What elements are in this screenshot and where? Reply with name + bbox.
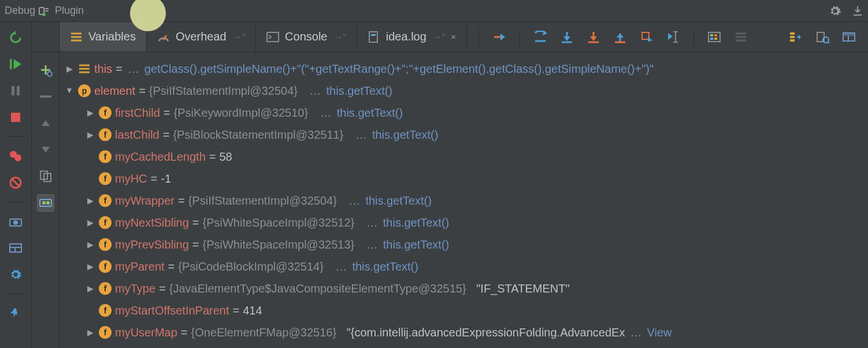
svg-line-50 — [828, 42, 829, 43]
node-name: myHC — [115, 168, 147, 190]
tree-row-this[interactable]: ▶ this = … getClass().getSimpleName()+"(… — [64, 58, 863, 80]
tree-row-field[interactable]: ▶ f myNextSibling = {PsiWhiteSpaceImpl@3… — [64, 212, 863, 234]
expand-icon[interactable]: ▶ — [85, 190, 95, 212]
node-value: {PsiBlockStatementImpl@32511} — [173, 124, 343, 146]
pause-icon[interactable] — [8, 83, 23, 98]
view-breakpoints-icon[interactable] — [8, 149, 23, 164]
collapse-icon[interactable]: ▼ — [64, 79, 75, 101]
new-watch-icon[interactable] — [37, 61, 54, 79]
move-up-icon[interactable] — [37, 114, 54, 132]
expand-icon[interactable]: ▶ — [85, 124, 95, 146]
expand-icon[interactable]: ▶ — [85, 321, 95, 343]
view-link[interactable]: View — [647, 321, 672, 343]
step-over-icon[interactable] — [533, 29, 548, 45]
renderer-suffix[interactable]: this.getText() — [352, 256, 418, 277]
tree-row-field[interactable]: ▶ f myUserMap = {OneElementFMap@32516} "… — [64, 321, 863, 343]
tree-row-field[interactable]: f myHC = -1 — [64, 168, 863, 190]
tree-row-field[interactable]: ▶ f lastChild = {PsiBlockStatementImpl@3… — [64, 124, 863, 146]
pin-icon[interactable] — [8, 306, 23, 321]
svg-rect-44 — [714, 38, 717, 40]
run-config-icon — [39, 6, 51, 16]
renderer-suffix[interactable]: this.getText() — [383, 234, 449, 256]
remove-watch-icon[interactable] — [37, 88, 54, 105]
resume-icon[interactable] — [8, 57, 23, 72]
show-exec-point-icon[interactable] — [492, 29, 507, 45]
node-name: myPrevSibling — [115, 234, 189, 256]
rerun-icon[interactable] — [8, 30, 23, 45]
restore-layout-icon[interactable] — [841, 29, 856, 45]
tab-overhead[interactable]: Overhead →" — [147, 22, 256, 51]
renderer-suffix[interactable]: this.getText() — [365, 190, 431, 212]
field-badge-icon: f — [99, 172, 112, 185]
node-string-truncated: "{com.intellij.advancedExpressionFolding… — [347, 321, 625, 343]
force-step-into-icon[interactable] — [586, 29, 601, 45]
debug-tabs: Variables Overhead →" Console →" — [60, 22, 467, 51]
tree-row-field[interactable]: ▶ f myType = {JavaElementType$JavaCompos… — [64, 277, 863, 299]
eq: = — [192, 234, 199, 256]
expand-icon[interactable]: ▶ — [85, 102, 95, 124]
expand-icon[interactable]: ▶ — [64, 58, 75, 80]
pin-glyph[interactable]: →" — [432, 32, 445, 42]
step-into-icon[interactable] — [559, 29, 574, 45]
renderer-suffix[interactable]: this.getText() — [372, 124, 438, 146]
eq: = — [139, 80, 146, 102]
renderer-suffix[interactable]: this.getText() — [327, 80, 392, 102]
idealog-tab-icon — [368, 31, 380, 43]
renderer-expression[interactable]: getClass().getSimpleName()+"("+getTextRa… — [144, 58, 654, 80]
drop-frame-icon[interactable] — [639, 29, 654, 45]
tab-idealog[interactable]: idea.log →" × — [357, 22, 467, 51]
separator — [520, 28, 520, 46]
tab-console-label: Console — [285, 30, 327, 43]
duplicate-watch-icon[interactable] — [37, 168, 54, 185]
mute-breakpoints-icon[interactable] — [8, 175, 23, 190]
evaluate-expr-icon[interactable] — [707, 29, 722, 45]
field-badge-icon: f — [99, 150, 112, 163]
expand-icon[interactable]: ▶ — [85, 256, 95, 277]
separator — [7, 294, 24, 294]
node-string: "IF_STATEMENT" — [476, 277, 569, 299]
pin-glyph[interactable]: →" — [333, 32, 346, 42]
expand-icon[interactable]: ▶ — [85, 277, 95, 299]
tab-variables[interactable]: Variables — [60, 22, 147, 51]
step-out-icon[interactable] — [613, 29, 628, 45]
svg-rect-46 — [790, 36, 795, 38]
tab-console[interactable]: Console →" — [256, 22, 357, 51]
tree-row-field[interactable]: f myCachedLength = 58 — [64, 146, 863, 168]
renderer-suffix[interactable]: this.getText() — [337, 102, 403, 124]
move-down-icon[interactable] — [37, 141, 54, 158]
ellipsis: … — [308, 80, 323, 102]
stop-icon[interactable] — [8, 110, 23, 125]
eq: = — [163, 124, 170, 146]
node-value: {OneElementFMap@32516} — [191, 321, 336, 343]
tree-row-element[interactable]: ▼ p element = {PsiIfStatementImpl@32504}… — [64, 80, 863, 102]
expand-icon[interactable]: ▶ — [85, 212, 95, 234]
layout-icon[interactable] — [8, 240, 23, 256]
thread-dump-icon[interactable] — [8, 214, 23, 229]
memory-view-icon[interactable] — [815, 29, 830, 45]
tree-row-field[interactable]: ▶ f firstChild = {PsiKeywordImpl@32510} … — [64, 102, 863, 124]
eq: = — [116, 58, 123, 80]
expand-icon[interactable]: ▶ — [85, 234, 95, 256]
run-to-cursor-icon[interactable] — [666, 29, 681, 45]
run-config-name: Plugin — [55, 5, 84, 17]
renderer-suffix[interactable]: this.getText() — [383, 212, 449, 234]
variables-tree[interactable]: ▶ this = … getClass().getSimpleName()+"(… — [60, 52, 868, 348]
tree-row-field[interactable]: f myStartOffsetInParent = 414 — [64, 299, 863, 321]
async-stacks-icon[interactable] — [788, 29, 803, 45]
show-watches-icon[interactable] — [37, 194, 54, 212]
download-icon[interactable] — [852, 5, 863, 17]
pin-glyph[interactable]: →" — [232, 32, 245, 42]
node-name: myNextSibling — [115, 212, 189, 234]
close-tab-icon[interactable]: × — [451, 32, 456, 42]
svg-rect-47 — [790, 39, 795, 42]
node-name: firstChild — [115, 102, 160, 124]
ellipsis: … — [318, 102, 333, 124]
tree-row-field[interactable]: ▶ f myParent = {PsiCodeBlockImpl@32514} … — [64, 256, 863, 277]
gear-icon[interactable] — [829, 5, 841, 17]
tree-row-field[interactable]: ▶ f myPrevSibling = {PsiWhiteSpaceImpl@3… — [64, 234, 863, 256]
settings-icon[interactable] — [8, 267, 23, 282]
trace-current-stream-icon[interactable] — [733, 29, 748, 45]
field-badge-icon: f — [99, 238, 112, 251]
tree-row-field[interactable]: ▶ f myWrapper = {PsiIfStatementImpl@3250… — [64, 190, 863, 212]
separator — [7, 202, 24, 202]
